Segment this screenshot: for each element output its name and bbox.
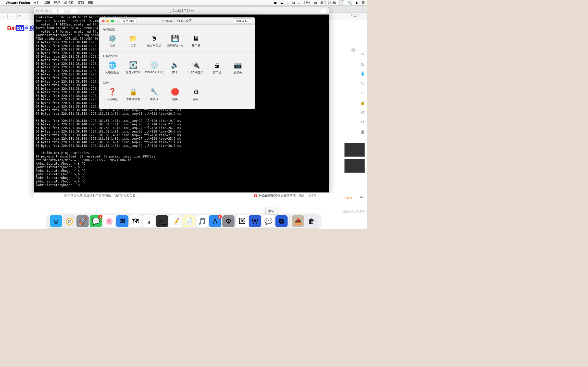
vm-toolbar-btn-1[interactable] xyxy=(52,9,58,13)
settings-item-label: 摄像头 xyxy=(234,71,242,74)
dock-reminders[interactable]: 📝 xyxy=(169,215,182,227)
back-button[interactable]: ‹ xyxy=(2,14,8,19)
menu-vm[interactable]: 虚拟机 xyxy=(64,1,74,5)
dock-music[interactable]: 🎵 xyxy=(196,215,208,227)
dock-messages[interactable]: 💬2 xyxy=(90,215,102,227)
sliders-icon[interactable]: ⚙ xyxy=(360,110,365,115)
settings-item-display[interactable]: 🖥显示器 xyxy=(185,32,206,49)
dock-wechat[interactable]: 💬 xyxy=(262,215,274,227)
settings-item-isolation[interactable]: 🛑隔离 xyxy=(165,86,185,103)
dock-launchpad[interactable]: 🚀 xyxy=(77,215,89,227)
vm-title: CentOS 7 64 位 xyxy=(172,9,194,13)
vm-toolbar-btn-3[interactable] xyxy=(71,9,77,13)
input-method[interactable]: 拼 xyxy=(340,1,344,5)
vm-toolbar-btn-right[interactable] xyxy=(321,9,327,13)
notification-center-icon[interactable]: ☰ xyxy=(362,1,365,5)
image-icon[interactable]: ▣ xyxy=(360,129,365,134)
settings-item-label: CD/DVD (IDE) xyxy=(145,71,163,74)
settings-item-general[interactable]: ⚙️常规 xyxy=(102,32,123,49)
settings-item-label: 加密和限制 xyxy=(126,97,140,101)
dock-vmware[interactable]: ⧉ xyxy=(276,215,288,227)
menu-window[interactable]: 窗口 xyxy=(78,1,84,5)
wifi-icon[interactable]: ⌵ xyxy=(298,1,300,5)
settings-item-share[interactable]: 📁共享 xyxy=(123,32,144,49)
dock-downloads[interactable]: 📥 xyxy=(292,215,304,227)
dock-maps[interactable]: 🗺 xyxy=(130,215,142,227)
side-toolbar: ✎ ◎ 💧 ⬡ ↖ 🔒 ⚙ ↺ ▣ xyxy=(358,48,367,137)
wechat-status-icon[interactable]: ☁ xyxy=(280,1,283,5)
settings-item-kbmouse[interactable]: 🖱键盘与鼠标 xyxy=(144,32,165,49)
dock-settings[interactable]: ⚙ xyxy=(222,215,235,227)
show-all-button[interactable]: 显示全部 xyxy=(120,18,137,24)
settings-item-encrypt[interactable]: 🔒加密和限制 xyxy=(123,86,144,103)
settings-title: CentOS 7 64 位: 设置 xyxy=(162,19,192,23)
settings-traffic-lights[interactable] xyxy=(102,20,114,22)
battery-icon[interactable]: ▭ xyxy=(314,1,317,5)
settings-item-sound[interactable]: 🔈声卡 xyxy=(165,59,185,76)
pencil-icon[interactable]: ✎ xyxy=(360,51,365,57)
menu-edit[interactable]: 编辑 xyxy=(44,1,50,5)
dock-safari[interactable]: 🧭 xyxy=(63,215,76,227)
settings-item-cpu-mem[interactable]: 💾处理器和内存 xyxy=(165,32,185,49)
compat-icon: 🔧 xyxy=(149,87,159,96)
thumbnail[interactable] xyxy=(344,143,365,157)
close-icon[interactable]: ✕ xyxy=(351,48,356,53)
dock-notes[interactable]: 📄 xyxy=(183,215,195,227)
vm-toolbar-btn-2[interactable] xyxy=(59,9,65,13)
settings-item-hdd[interactable]: 💽硬盘 (SCSI) xyxy=(123,59,144,76)
watermark: CSDN @饭多多呀 xyxy=(342,210,365,214)
dock-calendar[interactable]: 9月8 xyxy=(143,215,155,227)
vm-traffic-lights[interactable] xyxy=(36,9,48,12)
hot-search-item[interactable]: 1 钟南山哽咽说什么都压不倒中国人 488万 xyxy=(254,194,316,202)
dock-preview[interactable]: 🖼 xyxy=(236,215,248,227)
settings-item-network[interactable]: 🌐网络适配器 xyxy=(102,59,123,76)
dock-photos[interactable]: 🌸 xyxy=(103,215,115,227)
dock: ☺🧭🚀💬2🌸✉🗺9月8>_📝📄🎵A8⚙🖼W💬⧉📥🗑 xyxy=(47,214,320,228)
siri-icon[interactable]: ◉ xyxy=(355,1,358,5)
notif-count[interactable]: 1 xyxy=(287,1,289,5)
settings-item-label: USB 和蓝牙 xyxy=(189,71,204,74)
menu-view[interactable]: 显示 xyxy=(54,1,60,5)
dock-appstore[interactable]: A8 xyxy=(209,215,221,227)
refresh-button[interactable]: ⟳ xyxy=(17,14,23,19)
dock-wps[interactable]: W xyxy=(249,215,261,227)
forward-button[interactable]: › xyxy=(10,14,15,19)
settings-titlebar[interactable]: 显示全部 CentOS 7 64 位: 设置 添加设备... xyxy=(99,18,255,25)
app-name[interactable]: VMware Fusion xyxy=(6,1,30,5)
cursor-icon[interactable]: ↖ xyxy=(360,90,365,95)
wechat-tooltip: 微信 xyxy=(265,208,277,215)
settings-item-compat[interactable]: 🔧兼容性 xyxy=(144,86,165,103)
battery-pct[interactable]: 38% xyxy=(304,1,310,5)
settings-item-usbbt[interactable]: 🔌USB 和蓝牙 xyxy=(185,59,206,76)
settings-item-label: 启动磁盘 xyxy=(107,97,118,101)
dock-trash[interactable]: 🗑 xyxy=(305,215,318,227)
vm-titlebar[interactable]: ◳CentOS 7 64 位 xyxy=(34,7,329,15)
dock-terminal[interactable]: >_ xyxy=(156,215,168,227)
thumbnail-strip xyxy=(344,143,367,175)
drop-icon[interactable]: 💧 xyxy=(360,71,365,76)
add-device-button[interactable]: 添加设备... xyxy=(233,18,252,24)
settings-item-startup[interactable]: ❓启动磁盘 xyxy=(102,86,123,103)
settings-item-cddvd[interactable]: 💿CD/DVD (IDE) xyxy=(144,59,165,76)
dock-finder[interactable]: ☺ xyxy=(50,215,62,227)
settings-item-printer[interactable]: 🖨打印机 xyxy=(206,59,227,76)
dock-mail[interactable]: ✉ xyxy=(116,215,129,227)
settings-item-advanced[interactable]: ⚙高级 xyxy=(185,86,206,103)
settings-item-camera[interactable]: 📷摄像头 xyxy=(227,59,248,76)
clock[interactable]: 周二 13:50 xyxy=(320,1,336,5)
sync-icon[interactable]: ⧉ xyxy=(292,1,295,5)
target-icon[interactable]: ◎ xyxy=(360,61,365,66)
history-icon[interactable]: ↺ xyxy=(360,119,365,124)
status-icon[interactable]: ◼ xyxy=(274,1,277,5)
percent-label: 1.46 % xyxy=(343,196,352,199)
hex-icon[interactable]: ⬡ xyxy=(360,81,365,86)
camera-icon: 📷 xyxy=(233,60,242,70)
menu-file[interactable]: 文件 xyxy=(33,1,40,5)
thumbnail[interactable] xyxy=(344,159,365,173)
menu-help[interactable]: 帮助 xyxy=(88,1,94,5)
settings-item-label: 显示器 xyxy=(192,44,200,48)
display-icon: 🖥 xyxy=(191,34,201,43)
spotlight-icon[interactable]: 🔍 xyxy=(348,1,352,5)
lock-icon[interactable]: 🔒 xyxy=(360,100,365,105)
baidu-logo[interactable]: Baidu百度 xyxy=(7,24,35,32)
